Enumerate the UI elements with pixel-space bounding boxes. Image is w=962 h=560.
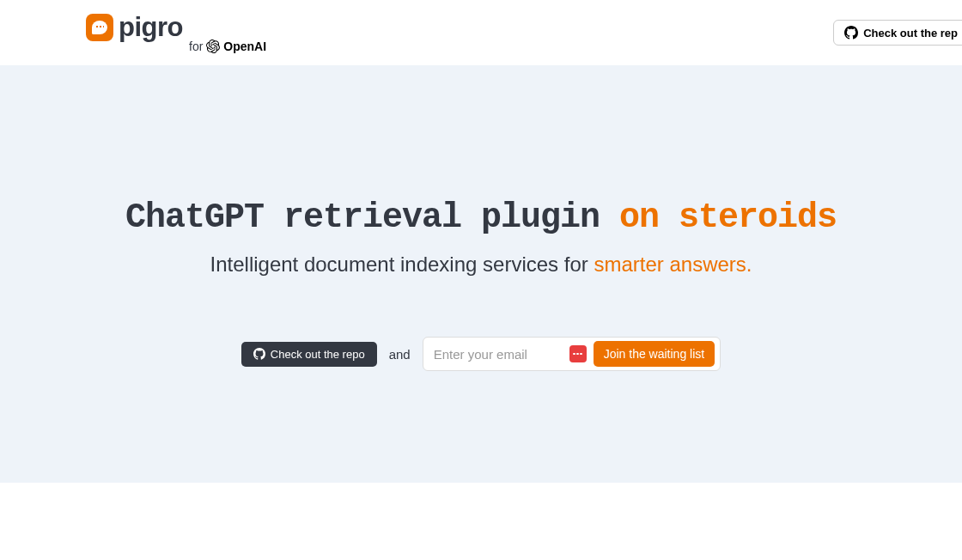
github-icon — [844, 26, 858, 40]
logo-subtitle: for OpenAI — [189, 40, 266, 53]
hero-subtitle: Intelligent document indexing services f… — [0, 253, 962, 277]
hero-section: ChatGPT retrieval plugin on steroids Int… — [0, 65, 962, 483]
logo[interactable]: pigro for OpenAI — [86, 12, 266, 53]
email-input[interactable] — [434, 347, 563, 362]
and-text: and — [389, 347, 411, 362]
email-form: Join the waiting list — [423, 337, 722, 371]
hero-subtitle-accent: smarter answers. — [594, 253, 752, 276]
logo-for-text: for — [189, 40, 203, 53]
header-repo-button-label: Check out the rep — [863, 27, 958, 40]
join-waitlist-button[interactable]: Join the waiting list — [594, 341, 715, 367]
hero-repo-button-label: Check out the repo — [271, 348, 365, 361]
pigro-icon — [86, 14, 113, 41]
section-chunking: OpenAI text chunking needs a span-king. — [0, 483, 962, 560]
openai-text: OpenAI — [223, 40, 266, 53]
logo-text: pigro — [119, 12, 183, 43]
hero-title: ChatGPT retrieval plugin on steroids — [0, 198, 962, 237]
github-icon — [253, 348, 265, 360]
hero-subtitle-part1: Intelligent document indexing services f… — [210, 253, 594, 276]
logo-main: pigro — [86, 12, 183, 43]
cta-row: Check out the repo and Join the waiting … — [0, 337, 962, 371]
header-repo-button[interactable]: Check out the rep — [833, 20, 962, 46]
hero-title-part1: ChatGPT retrieval plugin — [125, 198, 619, 237]
header: pigro for OpenAI Check out the rep — [0, 0, 962, 65]
hero-repo-button[interactable]: Check out the repo — [241, 342, 377, 367]
openai-icon — [206, 40, 220, 53]
hero-title-accent: on steroids — [619, 198, 837, 237]
chat-icon — [569, 345, 587, 362]
